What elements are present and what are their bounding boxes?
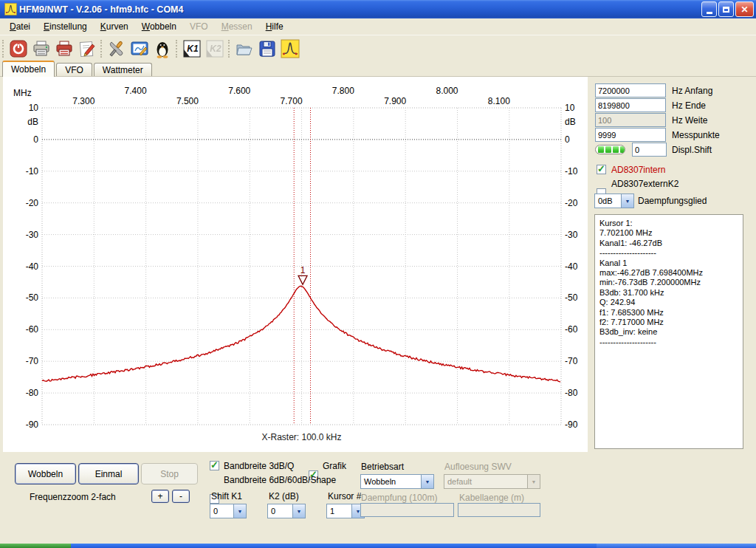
- svg-text:-20: -20: [565, 198, 578, 208]
- menu-bar: Datei Einstellung Kurven Wobbeln VFO Mes…: [0, 18, 756, 35]
- print-color-button[interactable]: [52, 37, 75, 60]
- wobbeln-button[interactable]: Wobbeln: [15, 463, 76, 484]
- svg-text:dB: dB: [27, 117, 38, 127]
- svg-text:-50: -50: [565, 292, 578, 303]
- svg-text:X-Raster: 100.0 kHz: X-Raster: 100.0 kHz: [261, 432, 341, 442]
- toolbar-grip: [228, 40, 230, 58]
- betriebsart-select[interactable]: Wobbeln ▼: [360, 474, 434, 489]
- daempfungsglied-select[interactable]: 0dB ▼: [594, 193, 634, 208]
- svg-text:-90: -90: [565, 419, 578, 430]
- kursor-nr-value: 1: [327, 504, 351, 518]
- zoom-plus-button[interactable]: +: [151, 490, 169, 503]
- ad8307intern-label: AD8307intern: [611, 165, 665, 175]
- sweep-progress-bar: [595, 145, 625, 154]
- tab-vfo[interactable]: VFO: [56, 63, 92, 77]
- start-button[interactable]: [0, 544, 71, 548]
- toolbar: K1 K2: [0, 35, 756, 61]
- folder-open-icon: [235, 39, 254, 58]
- progress-block: [605, 146, 611, 153]
- save-button[interactable]: [255, 37, 278, 60]
- svg-text:-60: -60: [565, 324, 578, 335]
- betriebsart-label: Betriebsart: [361, 462, 404, 472]
- messpunkte-input[interactable]: [595, 128, 666, 142]
- maximize-icon: [723, 7, 729, 13]
- k1-button[interactable]: K1: [180, 37, 203, 60]
- svg-text:MHz: MHz: [13, 88, 32, 98]
- toolbar-grip: [2, 40, 4, 58]
- einmal-button[interactable]: Einmal: [78, 463, 139, 484]
- shift-k1-value: 0: [210, 504, 233, 518]
- menu-wobbeln[interactable]: Wobbeln: [135, 19, 183, 34]
- maximize-button[interactable]: [718, 1, 734, 17]
- daempfung-100m-label: Daempfung (100m): [361, 493, 437, 503]
- zoom-minus-button[interactable]: -: [172, 490, 190, 503]
- k1-icon: K1: [182, 39, 202, 58]
- hz-ende-label: Hz Ende: [672, 100, 706, 111]
- sweep-display-button[interactable]: [278, 37, 301, 60]
- toolbar-grip: [100, 40, 102, 58]
- sweep-chart[interactable]: 7.3007.4007.5007.6007.7007.8007.9008.000…: [3, 77, 588, 452]
- kabellaenge-input: [458, 503, 540, 517]
- open-file-button[interactable]: [233, 37, 255, 60]
- hz-weite-input: [595, 113, 666, 127]
- svg-text:-80: -80: [565, 388, 578, 398]
- hz-ende-input[interactable]: [595, 98, 666, 112]
- svg-text:7.900: 7.900: [384, 96, 406, 106]
- menu-einstellung[interactable]: Einstellung: [37, 19, 94, 34]
- svg-text:-40: -40: [26, 261, 39, 272]
- svg-text:-10: -10: [565, 166, 578, 177]
- k2-db-select[interactable]: 0 ▼: [267, 504, 306, 518]
- menu-vfo: VFO: [183, 19, 215, 34]
- edit-pen-icon: [78, 39, 97, 58]
- ad8307intern-checkbox[interactable]: [597, 165, 606, 174]
- exit-button[interactable]: [7, 37, 30, 60]
- progress-block: [613, 146, 619, 153]
- aufloesung-swv-label: Aufloesung SWV: [444, 462, 512, 472]
- taskbar[interactable]: [0, 544, 756, 548]
- minimize-button[interactable]: [701, 1, 717, 17]
- svg-text:-80: -80: [26, 388, 39, 398]
- svg-text:7.700: 7.700: [281, 96, 303, 106]
- application-window: HFM9/NWT - V.2.06 - hfm9.hfc - COM4 ✕ Da…: [0, 0, 756, 548]
- svg-text:7.800: 7.800: [332, 86, 354, 96]
- svg-text:-50: -50: [26, 292, 39, 303]
- chevron-down-icon: ▼: [621, 194, 633, 208]
- kabellaenge-label: Kabellaenge (m): [459, 493, 524, 503]
- minimize-icon: [707, 12, 712, 14]
- sweep-chart-panel: 7.3007.4007.5007.6007.7007.8007.9008.000…: [3, 77, 588, 452]
- shift-k1-label: Shift K1: [211, 491, 242, 501]
- menu-kurven[interactable]: Kurven: [94, 19, 135, 34]
- exit-icon: [9, 39, 28, 58]
- svg-text:dB: dB: [565, 117, 576, 127]
- edit-button[interactable]: [75, 37, 98, 60]
- shift-k1-select[interactable]: 0 ▼: [210, 504, 247, 518]
- title-bar[interactable]: HFM9/NWT - V.2.06 - hfm9.hfc - COM4 ✕: [0, 0, 756, 18]
- daempfungsglied-label: Daempfungsglied: [638, 196, 707, 206]
- k2-db-label: K2 (dB): [269, 491, 299, 501]
- linux-button[interactable]: [151, 37, 173, 60]
- tab-wattmeter[interactable]: Wattmeter: [94, 63, 152, 77]
- settings-button[interactable]: [105, 37, 128, 60]
- svg-text:-90: -90: [26, 419, 39, 430]
- print-button[interactable]: [30, 37, 52, 60]
- svg-text:-40: -40: [565, 261, 578, 272]
- hz-anfang-label: Hz Anfang: [672, 86, 712, 96]
- aufloesung-swv-value: default: [444, 475, 527, 488]
- kursor-nr-select[interactable]: 1 ▼: [326, 504, 365, 518]
- chevron-down-icon: ▼: [527, 475, 540, 488]
- tab-bar: Wobbeln VFO Wattmeter: [0, 61, 756, 77]
- save-floppy-icon: [258, 39, 277, 58]
- chevron-down-icon: ▼: [421, 475, 433, 488]
- tab-wobbeln[interactable]: Wobbeln: [2, 61, 55, 77]
- svg-text:10: 10: [29, 103, 39, 113]
- menu-hilfe[interactable]: Hilfe: [259, 19, 290, 34]
- chevron-down-icon: ▼: [292, 504, 305, 518]
- hz-anfang-input[interactable]: [595, 83, 666, 97]
- close-button[interactable]: ✕: [735, 1, 754, 17]
- svg-text:-20: -20: [26, 198, 39, 208]
- menu-datei[interactable]: Datei: [3, 19, 37, 34]
- betriebsart-value: Wobbeln: [361, 475, 421, 488]
- graphics-config-button[interactable]: [128, 37, 151, 60]
- bandbreite-3db-checkbox[interactable]: [210, 461, 219, 470]
- displ-shift-input[interactable]: [632, 143, 667, 157]
